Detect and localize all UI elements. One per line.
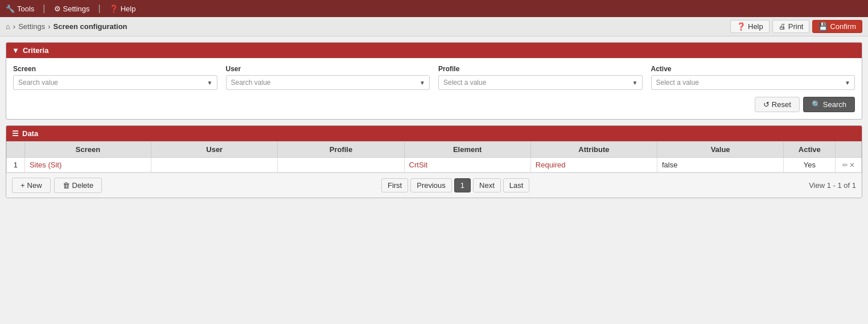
data-panel-header: ☰ Data [6,126,862,141]
user-select[interactable]: Search value [226,75,430,90]
top-navigation: 🔧 Tools | ⚙ Settings | ❓ Help [0,0,868,17]
reset-label: Reset [772,100,791,109]
col-header-value: Value [657,142,784,158]
help-nav-icon: ❓ [109,5,118,13]
criteria-panel-header: ▼ Criteria [6,43,862,58]
screen-field: Screen Search value [13,65,217,90]
cell-user [151,158,278,173]
active-select-wrapper: Select a value [651,75,855,90]
delete-button[interactable]: 🗑 Delete [54,178,102,193]
previous-page-button[interactable]: Previous [410,178,452,192]
col-header-actions [836,142,862,158]
current-page: 1 [460,181,464,190]
cell-value: false [657,158,784,173]
last-page-button[interactable]: Last [503,178,530,192]
data-icon: ☰ [12,129,19,138]
current-page-button[interactable]: 1 [454,178,471,192]
new-button[interactable]: + New [12,178,51,193]
breadcrumb-current: Screen configuration [54,22,127,31]
delete-row-icon[interactable]: ✕ [849,161,855,169]
delete-label: Delete [72,181,94,190]
print-icon: 🖨 [779,22,786,31]
last-label: Last [509,181,524,190]
active-label: Active [651,65,855,73]
active-select[interactable]: Select a value [651,75,855,90]
criteria-row: Screen Search value User Search value [13,65,855,90]
col-header-user: User [151,142,278,158]
user-field: User Search value [226,65,430,90]
profile-select[interactable]: Select a value [438,75,643,90]
new-icon: + [20,181,25,190]
table-header-row: Screen User Profile Element Attribute Va… [7,142,862,158]
footer-bar: + New 🗑 Delete First Previous [6,173,862,198]
reset-icon: ↺ [763,100,770,109]
home-icon[interactable]: ⌂ [6,22,10,31]
view-info: View 1 - 1 of 1 [809,181,856,190]
confirm-icon: 💾 [818,22,828,31]
help-button[interactable]: ❓ Help [730,20,770,33]
help-icon: ❓ [737,22,746,31]
profile-select-wrapper: Select a value [438,75,643,90]
data-table: Screen User Profile Element Attribute Va… [6,141,862,173]
search-label: Search [823,100,846,109]
settings-nav-label: Settings [63,5,90,13]
delete-icon: 🗑 [63,181,70,190]
table-header: Screen User Profile Element Attribute Va… [7,142,862,158]
nav-item-tools[interactable]: 🔧 Tools [6,5,34,13]
edit-icon[interactable]: ✏ [842,161,848,169]
data-panel-body: Screen User Profile Element Attribute Va… [6,141,862,198]
profile-field: Profile Select a value [438,65,643,90]
breadcrumb: ⌂ › Settings › Screen configuration [6,22,127,31]
breadcrumb-separator-2: › [48,22,50,31]
next-label: Next [479,181,495,190]
search-icon: 🔍 [812,100,821,109]
col-header-screen: Screen [24,142,151,158]
nav-item-help[interactable]: ❓ Help [109,5,136,13]
confirm-button[interactable]: 💾 Confirm [812,20,862,33]
cell-actions: ✏ ✕ [836,158,862,173]
col-header-profile: Profile [278,142,404,158]
col-header-attribute: Attribute [530,142,657,158]
cell-screen: Sites (Sit) [24,158,151,173]
print-button[interactable]: 🖨 Print [772,20,810,33]
nav-divider-2: | [98,3,101,14]
criteria-panel: ▼ Criteria Screen Search value User [6,42,862,120]
settings-nav-icon: ⚙ [54,5,61,13]
active-field: Active Select a value [651,65,855,90]
user-label: User [226,65,430,73]
breadcrumb-actions: ❓ Help 🖨 Print 💾 Confirm [730,20,862,33]
first-page-button[interactable]: First [381,178,408,192]
screen-select[interactable]: Search value [13,75,217,90]
user-select-wrapper: Search value [226,75,430,90]
row-actions: ✏ ✕ [840,161,857,169]
profile-label: Profile [438,65,643,73]
reset-button[interactable]: ↺ Reset [755,97,800,112]
footer-left: + New 🗑 Delete [12,178,102,193]
help-nav-label: Help [121,5,136,13]
filter-icon: ▼ [12,46,19,55]
footer-center: First Previous 1 Next Last [381,178,529,192]
col-header-num [7,142,25,158]
table-body: 1 Sites (Sit) CrtSit Required false [7,158,862,173]
data-panel: ☰ Data Screen User Profile Element Attri… [6,125,862,198]
nav-item-settings[interactable]: ⚙ Settings [54,5,90,13]
new-label: New [27,181,42,190]
screen-label: Screen [13,65,217,73]
criteria-actions: ↺ Reset 🔍 Search [13,97,855,112]
first-label: First [388,181,402,190]
next-page-button[interactable]: Next [473,178,501,192]
breadcrumb-bar: ⌂ › Settings › Screen configuration ❓ He… [0,17,868,36]
tools-label: Tools [17,5,34,13]
criteria-panel-body: Screen Search value User Search value [6,58,862,119]
cell-attribute: Required [530,158,657,173]
attribute-link[interactable]: Required [536,161,566,169]
cell-num: 1 [7,158,25,173]
cell-element: CrtSit [404,158,530,173]
element-link[interactable]: CrtSit [409,161,428,169]
breadcrumb-parent[interactable]: Settings [18,22,45,31]
col-header-active: Active [784,142,836,158]
search-button[interactable]: 🔍 Search [803,97,855,112]
main-content: ▼ Criteria Screen Search value User [0,36,868,210]
breadcrumb-separator-1: › [13,22,15,31]
screen-link[interactable]: Sites (Sit) [30,161,61,169]
